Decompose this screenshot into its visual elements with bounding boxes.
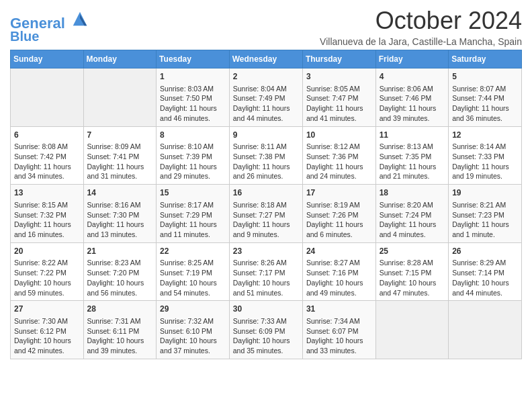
calendar-cell: 31Sunrise: 7:34 AMSunset: 6:07 PMDayligh…	[302, 301, 375, 359]
day-info: Sunset: 7:50 PM	[160, 93, 226, 103]
day-number: 4	[380, 71, 445, 83]
day-info: Daylight: 11 hours and 46 minutes.	[160, 103, 226, 123]
day-info: Sunrise: 7:32 AM	[160, 316, 226, 326]
day-number: 1	[160, 71, 226, 83]
day-info: Daylight: 10 hours and 42 minutes.	[14, 336, 80, 355]
day-info: Sunset: 7:22 PM	[14, 268, 80, 278]
day-info: Daylight: 11 hours and 11 minutes.	[160, 220, 226, 239]
logo: General Blue	[10, 9, 89, 44]
day-info: Daylight: 11 hours and 24 minutes.	[306, 162, 372, 181]
day-number: 29	[160, 304, 226, 315]
logo-icon	[71, 9, 89, 28]
day-number: 12	[452, 130, 518, 141]
day-info: Daylight: 11 hours and 1 minute.	[452, 220, 518, 239]
weekday-header-friday: Friday	[375, 50, 449, 68]
weekday-header-thursday: Thursday	[302, 50, 375, 68]
day-number: 3	[306, 71, 372, 83]
day-info: Daylight: 11 hours and 26 minutes.	[233, 162, 299, 181]
location-subtitle: Villanueva de la Jara, Castille-La Manch…	[320, 36, 522, 47]
calendar-cell: 2Sunrise: 8:04 AMSunset: 7:49 PMDaylight…	[229, 68, 302, 127]
weekday-header-sunday: Sunday	[11, 50, 84, 68]
day-info: Sunset: 7:20 PM	[87, 268, 153, 278]
day-number: 23	[233, 246, 299, 257]
day-number: 7	[87, 130, 153, 141]
day-info: Daylight: 11 hours and 21 minutes.	[380, 162, 445, 181]
day-info: Sunset: 6:11 PM	[87, 326, 153, 336]
day-info: Sunrise: 8:22 AM	[14, 258, 80, 268]
day-info: Sunset: 7:42 PM	[14, 152, 80, 162]
day-info: Sunrise: 8:07 AM	[452, 84, 518, 94]
calendar-cell: 29Sunrise: 7:32 AMSunset: 6:10 PMDayligh…	[157, 301, 230, 359]
calendar-cell: 15Sunrise: 8:17 AMSunset: 7:29 PMDayligh…	[157, 185, 230, 243]
day-info: Sunset: 7:38 PM	[233, 152, 299, 162]
weekday-row: SundayMondayTuesdayWednesdayThursdayFrid…	[11, 50, 522, 68]
day-info: Sunrise: 8:16 AM	[87, 200, 153, 210]
day-info: Sunrise: 8:28 AM	[380, 258, 445, 268]
day-number: 26	[452, 246, 518, 257]
day-info: Sunrise: 8:19 AM	[306, 200, 372, 210]
day-info: Daylight: 11 hours and 9 minutes.	[233, 220, 299, 239]
calendar-cell: 13Sunrise: 8:15 AMSunset: 7:32 PMDayligh…	[11, 185, 84, 243]
day-info: Sunset: 7:15 PM	[380, 268, 445, 278]
calendar-cell: 14Sunrise: 8:16 AMSunset: 7:30 PMDayligh…	[83, 185, 157, 243]
day-info: Sunrise: 7:34 AM	[306, 316, 372, 326]
day-info: Sunrise: 8:21 AM	[452, 200, 518, 210]
day-info: Sunset: 7:17 PM	[233, 268, 299, 278]
day-info: Daylight: 11 hours and 34 minutes.	[14, 162, 80, 181]
day-info: Daylight: 10 hours and 51 minutes.	[233, 278, 299, 298]
day-info: Sunrise: 8:09 AM	[87, 142, 153, 152]
calendar-cell: 24Sunrise: 8:27 AMSunset: 7:16 PMDayligh…	[302, 242, 375, 301]
calendar-cell: 16Sunrise: 8:18 AMSunset: 7:27 PMDayligh…	[229, 185, 302, 243]
day-number: 20	[14, 246, 80, 257]
day-info: Sunrise: 8:05 AM	[306, 84, 372, 94]
day-info: Sunrise: 8:29 AM	[452, 258, 518, 268]
day-number: 19	[452, 187, 518, 199]
day-info: Sunset: 7:14 PM	[452, 268, 518, 278]
day-info: Daylight: 11 hours and 31 minutes.	[87, 162, 153, 181]
calendar-cell: 18Sunrise: 8:20 AMSunset: 7:24 PMDayligh…	[375, 185, 449, 243]
calendar-cell: 10Sunrise: 8:12 AMSunset: 7:36 PMDayligh…	[302, 126, 375, 185]
day-info: Daylight: 11 hours and 29 minutes.	[160, 162, 226, 181]
calendar-cell: 4Sunrise: 8:06 AMSunset: 7:46 PMDaylight…	[375, 68, 449, 127]
day-info: Sunset: 7:39 PM	[160, 152, 226, 162]
day-info: Daylight: 11 hours and 36 minutes.	[452, 103, 518, 123]
day-info: Daylight: 11 hours and 39 minutes.	[380, 103, 445, 123]
calendar-cell: 28Sunrise: 7:31 AMSunset: 6:11 PMDayligh…	[83, 301, 157, 359]
calendar-table: SundayMondayTuesdayWednesdayThursdayFrid…	[10, 50, 522, 359]
day-number: 5	[452, 71, 518, 83]
day-info: Sunset: 7:27 PM	[233, 210, 299, 220]
calendar-cell: 22Sunrise: 8:25 AMSunset: 7:19 PMDayligh…	[157, 242, 230, 301]
day-info: Daylight: 11 hours and 6 minutes.	[306, 220, 372, 239]
month-title: October 2024	[320, 7, 522, 35]
day-info: Sunrise: 8:12 AM	[306, 142, 372, 152]
weekday-header-saturday: Saturday	[449, 50, 522, 68]
day-info: Sunset: 7:32 PM	[14, 210, 80, 220]
calendar-cell: 12Sunrise: 8:14 AMSunset: 7:33 PMDayligh…	[449, 126, 522, 185]
day-info: Sunset: 7:49 PM	[233, 93, 299, 103]
day-number: 2	[233, 71, 299, 83]
day-number: 21	[87, 246, 153, 257]
day-info: Sunset: 6:10 PM	[160, 326, 226, 336]
day-number: 14	[87, 187, 153, 199]
calendar-cell: 30Sunrise: 7:33 AMSunset: 6:09 PMDayligh…	[229, 301, 302, 359]
calendar-cell: 17Sunrise: 8:19 AMSunset: 7:26 PMDayligh…	[302, 185, 375, 243]
day-number: 22	[160, 246, 226, 257]
day-info: Sunset: 6:09 PM	[233, 326, 299, 336]
day-info: Sunset: 7:47 PM	[306, 93, 372, 103]
day-info: Daylight: 10 hours and 33 minutes.	[306, 336, 372, 355]
day-info: Sunrise: 8:14 AM	[452, 142, 518, 152]
calendar-cell: 9Sunrise: 8:11 AMSunset: 7:38 PMDaylight…	[229, 126, 302, 185]
day-number: 31	[306, 304, 372, 315]
calendar-cell	[375, 301, 449, 359]
day-info: Sunrise: 7:30 AM	[14, 316, 80, 326]
day-info: Sunrise: 8:20 AM	[380, 200, 445, 210]
day-info: Sunset: 7:41 PM	[87, 152, 153, 162]
day-info: Sunrise: 8:26 AM	[233, 258, 299, 268]
day-info: Daylight: 11 hours and 41 minutes.	[306, 103, 372, 123]
calendar-cell: 3Sunrise: 8:05 AMSunset: 7:47 PMDaylight…	[302, 68, 375, 127]
day-number: 13	[14, 187, 80, 199]
day-info: Daylight: 11 hours and 16 minutes.	[14, 220, 80, 239]
day-info: Sunrise: 7:33 AM	[233, 316, 299, 326]
day-info: Daylight: 10 hours and 37 minutes.	[160, 336, 226, 355]
day-info: Daylight: 10 hours and 59 minutes.	[14, 278, 80, 298]
